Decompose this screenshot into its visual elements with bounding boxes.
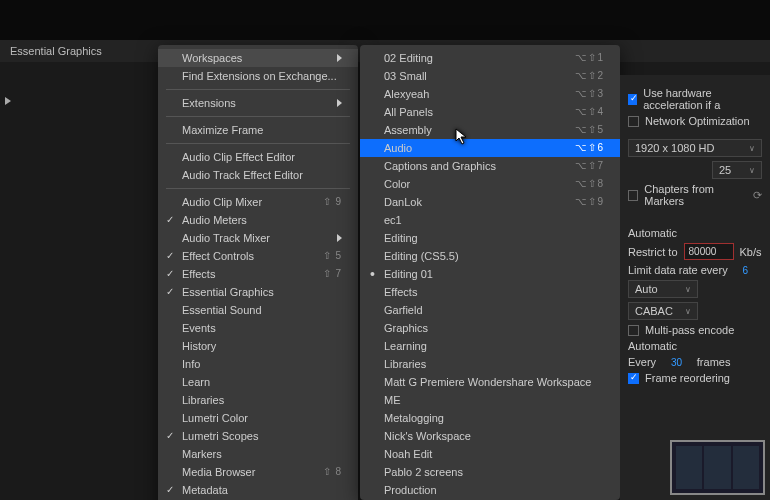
preset-select[interactable]: 1920 x 1080 HD∨	[628, 139, 762, 157]
menu-item-info[interactable]: Info	[158, 355, 358, 373]
menu-item-label: Editing 01	[384, 267, 433, 281]
menu-item-noah-edit[interactable]: Noah Edit	[360, 445, 620, 463]
menu-item-audio-track-mixer[interactable]: Audio Track Mixer	[158, 229, 358, 247]
checkbox-net-opt[interactable]	[628, 116, 639, 127]
menu-item-graphics[interactable]: Graphics	[360, 319, 620, 337]
menu-item-editing[interactable]: Editing	[360, 229, 620, 247]
menu-item-find-extensions-on-exchange[interactable]: Find Extensions on Exchange...	[158, 67, 358, 85]
chevron-down-icon: ∨	[749, 166, 755, 175]
checkbox-hw-accel[interactable]	[628, 94, 637, 105]
menu-item-maximize-frame[interactable]: Maximize Frame	[158, 121, 358, 139]
menu-item-label: Alexyeah	[384, 87, 429, 101]
menu-item-production[interactable]: Production	[360, 481, 620, 499]
menu-item-label: Markers	[182, 447, 222, 461]
export-settings-panel: Use hardware acceleration if a Network O…	[620, 75, 770, 500]
cabac-select[interactable]: CABAC∨	[628, 302, 698, 320]
menu-item-essential-graphics[interactable]: Essential Graphics	[158, 283, 358, 301]
menu-item-editing-cs5-5[interactable]: Editing (CS5.5)	[360, 247, 620, 265]
menu-item-label: 02 Editing	[384, 51, 433, 65]
menu-item-label: ec1	[384, 213, 402, 227]
menu-item-essential-sound[interactable]: Essential Sound	[158, 301, 358, 319]
menu-item-label: Maximize Frame	[182, 123, 263, 137]
menu-item-label: ME	[384, 393, 401, 407]
menu-item-libraries[interactable]: Libraries	[158, 391, 358, 409]
preview-thumbnail[interactable]	[670, 440, 765, 495]
menu-shortcut: ⌥⇧1	[575, 51, 604, 65]
limit-value[interactable]: 6	[742, 265, 748, 276]
menu-separator	[166, 89, 350, 90]
label-frames: frames	[697, 356, 731, 368]
menu-item-lumetri-color[interactable]: Lumetri Color	[158, 409, 358, 427]
menu-shortcut: ⌥⇧2	[575, 69, 604, 83]
menu-item-matt-g-premiere-wondershare-workspace[interactable]: Matt G Premiere Wondershare Workspace	[360, 373, 620, 391]
menu-item-nick-s-workspace[interactable]: Nick's Workspace	[360, 427, 620, 445]
menu-item-label: Audio Clip Mixer	[182, 195, 262, 209]
menu-item-audio-clip-mixer[interactable]: Audio Clip Mixer⇧ 9	[158, 193, 358, 211]
menu-item-garfield[interactable]: Garfield	[360, 301, 620, 319]
menu-shortcut: ⇧ 5	[323, 249, 342, 263]
menu-item-audio-meters[interactable]: Audio Meters	[158, 211, 358, 229]
menu-item-effects[interactable]: Effects	[360, 283, 620, 301]
menu-item-workspaces[interactable]: Workspaces	[158, 49, 358, 67]
menu-item-label: Graphics	[384, 321, 428, 335]
menu-item-extensions[interactable]: Extensions	[158, 94, 358, 112]
menu-item-label: Effects	[384, 285, 417, 299]
menu-item-label: Media Browser	[182, 465, 255, 479]
menu-item-history[interactable]: History	[158, 337, 358, 355]
menu-item-audio[interactable]: Audio⌥⇧6	[360, 139, 620, 157]
menu-item-effects[interactable]: Effects⇧ 7	[158, 265, 358, 283]
level-select[interactable]: 25∨	[712, 161, 762, 179]
menu-item-me[interactable]: ME	[360, 391, 620, 409]
menu-item-label: Matt G Premiere Wondershare Workspace	[384, 375, 591, 389]
label-net-opt: Network Optimization	[645, 115, 750, 127]
menu-item-label: Learn	[182, 375, 210, 389]
menu-item-metadata[interactable]: Metadata	[158, 481, 358, 499]
menu-item-libraries[interactable]: Libraries	[360, 355, 620, 373]
chevron-down-icon: ∨	[685, 307, 691, 316]
menu-item-markers[interactable]: Markers	[158, 445, 358, 463]
menu-item-captions-and-graphics[interactable]: Captions and Graphics⌥⇧7	[360, 157, 620, 175]
menu-item-ec1[interactable]: ec1	[360, 211, 620, 229]
menu-item-events[interactable]: Events	[158, 319, 358, 337]
menu-item-learning[interactable]: Learning	[360, 337, 620, 355]
menu-item-lumetri-scopes[interactable]: Lumetri Scopes	[158, 427, 358, 445]
auto-select[interactable]: Auto∨	[628, 280, 698, 298]
menu-item-label: Libraries	[182, 393, 224, 407]
window-menu: WorkspacesFind Extensions on Exchange...…	[158, 45, 358, 500]
menu-item-03-small[interactable]: 03 Small⌥⇧2	[360, 67, 620, 85]
every-value[interactable]: 30	[671, 357, 682, 368]
menu-item-color[interactable]: Color⌥⇧8	[360, 175, 620, 193]
menu-item-learn[interactable]: Learn	[158, 373, 358, 391]
checkbox-chapters[interactable]	[628, 190, 638, 201]
menu-item-effect-controls[interactable]: Effect Controls⇧ 5	[158, 247, 358, 265]
checkbox-multipass[interactable]	[628, 325, 639, 336]
menu-shortcut: ⌥⇧8	[575, 177, 604, 191]
menu-item-label: DanLok	[384, 195, 422, 209]
menu-item-label: Info	[182, 357, 200, 371]
menu-item-metalogging[interactable]: Metalogging	[360, 409, 620, 427]
refresh-icon[interactable]: ⟳	[753, 189, 762, 202]
checkbox-reorder[interactable]	[628, 373, 639, 384]
menu-item-assembly[interactable]: Assembly⌥⇧5	[360, 121, 620, 139]
timeline-toggle[interactable]	[5, 95, 11, 107]
menu-shortcut: ⇧ 9	[323, 195, 342, 209]
menu-item-all-panels[interactable]: All Panels⌥⇧4	[360, 103, 620, 121]
label-every: Every	[628, 356, 656, 368]
bitrate-input[interactable]	[684, 243, 734, 260]
menu-item-label: Effects	[182, 267, 215, 281]
label-reorder: Frame reordering	[645, 372, 730, 384]
menu-shortcut: ⌥⇧7	[575, 159, 604, 173]
menu-item-label: Lumetri Scopes	[182, 429, 258, 443]
menu-item-pablo-2-screens[interactable]: Pablo 2 screens	[360, 463, 620, 481]
menu-item-label: Editing	[384, 231, 418, 245]
menu-item-media-browser[interactable]: Media Browser⇧ 8	[158, 463, 358, 481]
menu-item-danlok[interactable]: DanLok⌥⇧9	[360, 193, 620, 211]
menu-item-02-editing[interactable]: 02 Editing⌥⇧1	[360, 49, 620, 67]
menu-item-label: Assembly	[384, 123, 432, 137]
menu-item-editing-01[interactable]: Editing 01	[360, 265, 620, 283]
tab-essential-graphics[interactable]: Essential Graphics	[10, 45, 102, 57]
menu-item-label: All Panels	[384, 105, 433, 119]
menu-item-alexyeah[interactable]: Alexyeah⌥⇧3	[360, 85, 620, 103]
menu-separator	[166, 188, 350, 189]
menu-item-label: Lumetri Color	[182, 411, 248, 425]
